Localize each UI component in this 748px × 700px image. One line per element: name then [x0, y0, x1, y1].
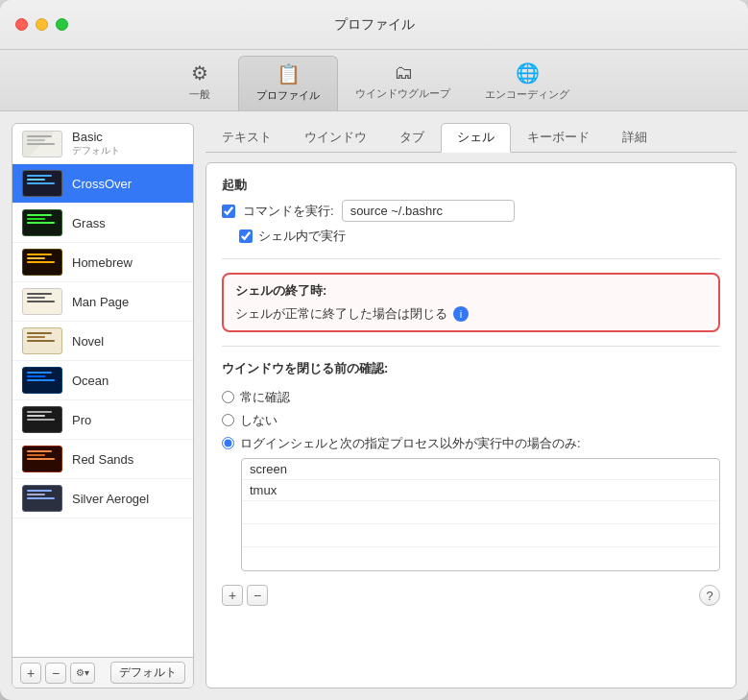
profile-thumb-ocean [22, 367, 62, 394]
toolbar-label-encoding: エンコーディング [485, 87, 569, 102]
shell-termination-row: シェルが正常に終了した場合は閉じる i [235, 305, 707, 323]
shell-termination-label: シェルの終了時: [235, 282, 707, 300]
toolbar-item-profiles[interactable]: 📋 プロファイル [238, 56, 338, 110]
always-confirm-radio[interactable] [222, 391, 234, 403]
profile-thumb-silveraerogel [22, 485, 62, 512]
sidebar-item-grass[interactable]: Grass [12, 204, 193, 243]
sidebar-item-label-basic: Basic [72, 130, 120, 144]
toolbar: ⚙ 一般 📋 プロファイル 🗂 ウインドウグループ 🌐 エンコーディング [0, 50, 748, 111]
maximize-button[interactable] [56, 18, 68, 31]
profile-thumb-crossover [22, 170, 62, 197]
globe-icon: 🌐 [516, 61, 540, 84]
profile-thumb-manpage [22, 288, 62, 315]
chevron-down-icon: ⚙▾ [76, 667, 89, 678]
sidebar-toolbar: + − ⚙▾ デフォルト [12, 657, 193, 688]
remove-process-button[interactable]: − [247, 585, 268, 606]
sidebar-item-label-crossover: CrossOver [72, 177, 132, 191]
profile-thumb-basic [22, 131, 62, 157]
main-content: Basic デフォルト CrossOver [0, 111, 748, 700]
main-window: プロファイル ⚙ 一般 📋 プロファイル 🗂 ウインドウグループ 🌐 エンコーデ… [0, 0, 748, 700]
sidebar-item-novel[interactable]: Novel [12, 322, 193, 361]
run-inside-shell-checkbox[interactable] [239, 229, 253, 243]
divider-2 [222, 346, 720, 347]
sidebar-item-ocean[interactable]: Ocean [12, 361, 193, 400]
process-list: screen tmux [241, 458, 720, 571]
panel-content: 起動 コマンドを実行: シェル内で実行 シェルの終了時: [205, 162, 736, 688]
action-dropdown-button[interactable]: ⚙▾ [70, 663, 95, 684]
run-command-label: コマンドを実行: [243, 203, 334, 220]
toolbar-item-general[interactable]: ⚙ 一般 [161, 56, 238, 110]
tab-window[interactable]: ウインドウ [288, 123, 383, 152]
process-list-item-empty-3 [242, 547, 719, 570]
tab-text[interactable]: テキスト [205, 123, 288, 152]
sidebar-item-label-redsands: Red Sands [72, 452, 133, 467]
right-panel: テキスト ウインドウ タブ シェル キーボード 詳細 [205, 123, 736, 688]
tab-keyboard[interactable]: キーボード [511, 123, 606, 152]
remove-profile-button[interactable]: − [45, 663, 66, 684]
login-confirm-row: ログインシェルと次の指定プロセス以外が実行中の場合のみ: [222, 435, 720, 452]
toolbar-label-general: 一般 [189, 87, 210, 102]
sidebar-item-silveraerogel[interactable]: Silver Aerogel [12, 479, 193, 519]
window-close-section-title: ウインドウを閉じる前の確認: [222, 360, 720, 377]
titlebar: プロファイル [0, 0, 748, 50]
sidebar-item-pro[interactable]: Pro [12, 400, 193, 440]
gear-icon: ⚙ [191, 61, 208, 84]
process-list-item-empty-1 [242, 501, 719, 524]
tab-tab[interactable]: タブ [383, 123, 441, 152]
process-list-item-empty-2 [242, 524, 719, 547]
sidebar-item-homebrew[interactable]: Homebrew [12, 243, 193, 282]
profile-thumb-homebrew [22, 249, 62, 276]
sidebar-item-sublabel-basic: デフォルト [72, 144, 120, 157]
toolbar-item-encoding[interactable]: 🌐 エンコーディング [468, 56, 587, 110]
sidebar-item-label-manpage: Man Page [72, 295, 129, 309]
run-command-input[interactable] [342, 200, 515, 222]
sidebar: Basic デフォルト CrossOver [12, 123, 194, 688]
always-confirm-label: 常に確認 [240, 389, 290, 406]
never-confirm-label: しない [240, 412, 277, 429]
tab-shell[interactable]: シェル [441, 123, 511, 153]
divider-1 [222, 258, 720, 259]
login-confirm-radio[interactable] [222, 437, 234, 449]
run-command-checkbox[interactable] [222, 205, 235, 218]
never-confirm-row: しない [222, 412, 720, 429]
profile-thumb-redsands [22, 446, 62, 472]
sidebar-item-crossover[interactable]: CrossOver [12, 164, 193, 204]
startup-section-title: 起動 [222, 177, 720, 194]
sidebar-item-redsands[interactable]: Red Sands [12, 440, 193, 479]
help-button[interactable]: ? [699, 585, 720, 606]
sidebar-item-label-pro: Pro [72, 413, 91, 427]
close-button[interactable] [15, 18, 28, 31]
window-close-section: ウインドウを閉じる前の確認: 常に確認 しない ログインシェルと次の指定プロセス… [222, 360, 720, 571]
window-title: プロファイル [334, 16, 415, 34]
profile-thumb-grass [22, 209, 62, 236]
process-list-item-screen: screen [242, 459, 719, 480]
profile-thumb-pro [22, 406, 62, 433]
sidebar-item-basic[interactable]: Basic デフォルト [12, 124, 193, 164]
tab-bar: テキスト ウインドウ タブ シェル キーボード 詳細 [205, 123, 736, 153]
set-default-button[interactable]: デフォルト [110, 662, 185, 684]
tab-advanced[interactable]: 詳細 [606, 123, 664, 152]
info-icon[interactable]: i [453, 306, 469, 322]
sidebar-list: Basic デフォルト CrossOver [12, 124, 193, 657]
sidebar-item-label-homebrew: Homebrew [72, 255, 133, 270]
shell-termination-text: シェルが正常に終了した場合は閉じる [235, 305, 447, 323]
sidebar-item-label-grass: Grass [72, 216, 106, 230]
add-process-button[interactable]: + [222, 585, 243, 606]
run-inside-shell-row: シェル内で実行 [239, 228, 720, 245]
panel-footer: + − ? [222, 585, 720, 606]
never-confirm-radio[interactable] [222, 414, 234, 426]
toolbar-label-profiles: プロファイル [256, 88, 320, 103]
footer-left: + − [222, 585, 268, 606]
windowgroup-icon: 🗂 [394, 61, 413, 84]
shell-termination-box: シェルの終了時: シェルが正常に終了した場合は閉じる i [222, 273, 720, 332]
run-inside-shell-label: シェル内で実行 [258, 228, 346, 245]
add-profile-button[interactable]: + [20, 663, 41, 684]
login-confirm-label: ログインシェルと次の指定プロセス以外が実行中の場合のみ: [240, 435, 581, 452]
sidebar-item-label-silveraerogel: Silver Aerogel [72, 492, 149, 506]
startup-section: 起動 コマンドを実行: シェル内で実行 [222, 177, 720, 245]
minimize-button[interactable] [36, 18, 48, 31]
toolbar-item-windowgroups[interactable]: 🗂 ウインドウグループ [338, 56, 468, 110]
profile-icon: 📋 [277, 62, 301, 85]
sidebar-item-manpage[interactable]: Man Page [12, 282, 193, 322]
process-list-item-tmux: tmux [242, 480, 719, 501]
